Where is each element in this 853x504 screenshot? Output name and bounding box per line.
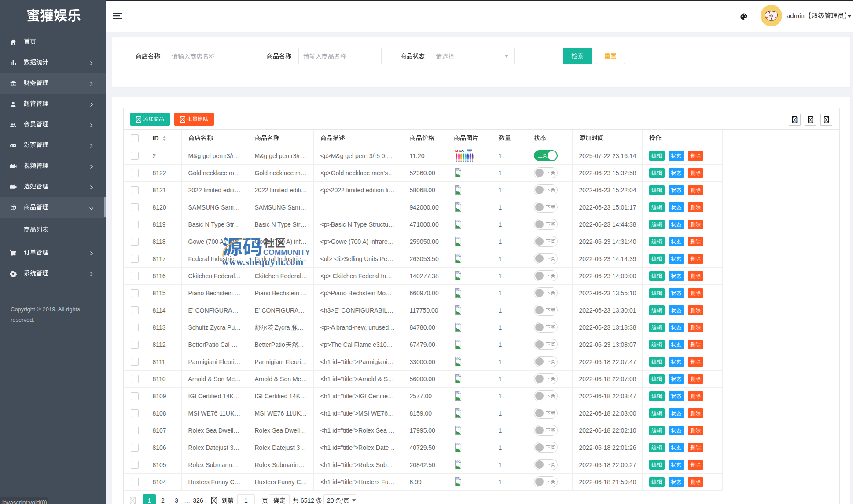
svg-text:M: M bbox=[455, 149, 458, 153]
svg-text:&G: &G bbox=[459, 149, 464, 153]
